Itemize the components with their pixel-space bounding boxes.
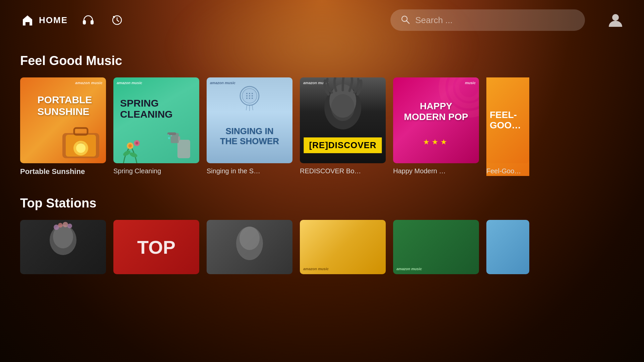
card-label-ps: Portable Sunshine bbox=[20, 167, 106, 176]
navbar: HOME bbox=[0, 0, 644, 40]
svg-point-33 bbox=[246, 98, 248, 99]
station-3-icon bbox=[207, 220, 292, 274]
top-stations-title: Top Stations bbox=[20, 196, 624, 210]
top-stations-section: Top Stations ToP bbox=[0, 196, 644, 274]
amz-badge-s4: amazon music bbox=[303, 267, 329, 271]
amz-badge-sc: amazon music bbox=[117, 81, 142, 85]
shower-head-icon bbox=[233, 84, 266, 114]
amz-badge-shower: amazon music bbox=[210, 81, 235, 85]
ps-title: PORTABLESUNSHINE bbox=[38, 94, 92, 117]
svg-point-41 bbox=[331, 94, 355, 121]
card-label-shower: Singing in the S… bbox=[207, 167, 292, 175]
history-icon bbox=[111, 14, 123, 26]
top-label: ToP bbox=[137, 236, 175, 258]
station-card-2[interactable]: ToP bbox=[113, 220, 199, 274]
station-1-icon bbox=[20, 220, 106, 274]
amz-badge-hmp: music bbox=[465, 81, 476, 85]
svg-point-11 bbox=[76, 143, 86, 153]
headphones-button[interactable] bbox=[80, 12, 97, 28]
home-nav[interactable]: HOME bbox=[20, 13, 68, 27]
station-card-6[interactable] bbox=[486, 220, 529, 274]
svg-point-20 bbox=[128, 144, 132, 147]
shower-title: SINGING INTHE SHOWER bbox=[207, 126, 292, 146]
svg-rect-14 bbox=[178, 136, 180, 140]
svg-point-17 bbox=[171, 135, 172, 136]
hmp-stars: ★★★ bbox=[423, 138, 449, 146]
feel-good-title: Feel Good Music bbox=[20, 54, 624, 68]
svg-line-36 bbox=[246, 105, 247, 110]
svg-point-48 bbox=[58, 223, 63, 228]
home-label: HOME bbox=[39, 15, 68, 25]
station-card-4[interactable]: amazon music bbox=[300, 220, 386, 274]
svg-point-18 bbox=[168, 134, 169, 135]
station-card-3[interactable] bbox=[207, 220, 292, 274]
svg-line-4 bbox=[407, 21, 409, 23]
svg-point-49 bbox=[63, 222, 68, 227]
sc-title: SPRINGCLEANING bbox=[120, 98, 173, 120]
stations-row: ToP amazon music amazon music bbox=[20, 220, 624, 274]
svg-point-32 bbox=[252, 95, 253, 97]
svg-point-31 bbox=[249, 95, 250, 97]
flowers-icon bbox=[113, 133, 154, 163]
profile-icon bbox=[607, 11, 624, 28]
card-label-hmp: Happy Modern … bbox=[393, 167, 479, 175]
search-input[interactable] bbox=[415, 15, 576, 25]
home-icon bbox=[20, 13, 35, 27]
card-spring-cleaning[interactable]: amazon music SPRINGCLEANING bbox=[113, 77, 199, 176]
card-shower[interactable]: amazon music bbox=[207, 77, 292, 176]
svg-point-28 bbox=[249, 93, 250, 94]
search-bar[interactable] bbox=[390, 9, 585, 31]
svg-point-35 bbox=[252, 98, 253, 99]
svg-point-34 bbox=[249, 98, 250, 99]
feel-good-cards-row: amazon music PORTABLESUNSHINE bbox=[20, 77, 624, 176]
card-feel-good[interactable]: FEEL-GOO… Feel-Goo… bbox=[486, 77, 529, 176]
spray-bottle-icon bbox=[167, 126, 194, 160]
station-card-5[interactable]: amazon music bbox=[393, 220, 479, 274]
svg-point-50 bbox=[67, 224, 72, 228]
card-portable-sunshine[interactable]: amazon music PORTABLESUNSHINE bbox=[20, 77, 106, 176]
search-icon bbox=[400, 14, 411, 26]
profile-button[interactable] bbox=[607, 11, 624, 29]
card-label-fg: Feel-Goo… bbox=[486, 167, 529, 175]
history-button[interactable] bbox=[109, 12, 125, 28]
amz-badge-ps: amazon music bbox=[75, 81, 103, 85]
feel-good-section: Feel Good Music amazon music PORTABLESUN… bbox=[0, 54, 644, 176]
svg-rect-0 bbox=[83, 20, 86, 24]
card-label-sc: Spring Cleaning bbox=[113, 167, 199, 175]
svg-line-38 bbox=[252, 105, 253, 110]
hmp-title: HAPPYMODERN POP bbox=[402, 101, 470, 122]
ps-suitcase-icon bbox=[59, 123, 103, 160]
card-rediscover[interactable]: amazon music bbox=[300, 77, 386, 176]
card-happy-modern-pop[interactable]: music HAPPYMODERN POP ★★★ Happy Modern … bbox=[393, 77, 479, 176]
svg-point-22 bbox=[136, 142, 138, 144]
svg-point-27 bbox=[246, 93, 248, 94]
svg-point-30 bbox=[246, 95, 248, 97]
headphones-icon bbox=[82, 14, 95, 26]
svg-point-29 bbox=[252, 93, 253, 94]
fg-title: FEEL-GOO… bbox=[490, 110, 521, 131]
card-label-rediscover: REDISCOVER Bo… bbox=[300, 167, 386, 175]
station-card-1[interactable] bbox=[20, 220, 106, 274]
svg-point-5 bbox=[612, 14, 619, 21]
amz-badge-s5: amazon music bbox=[396, 267, 422, 271]
rediscover-badge: [RE]DISCOVER bbox=[304, 137, 382, 153]
svg-point-16 bbox=[168, 137, 170, 139]
svg-point-52 bbox=[239, 227, 260, 250]
svg-rect-12 bbox=[177, 140, 190, 158]
svg-rect-1 bbox=[91, 20, 93, 24]
